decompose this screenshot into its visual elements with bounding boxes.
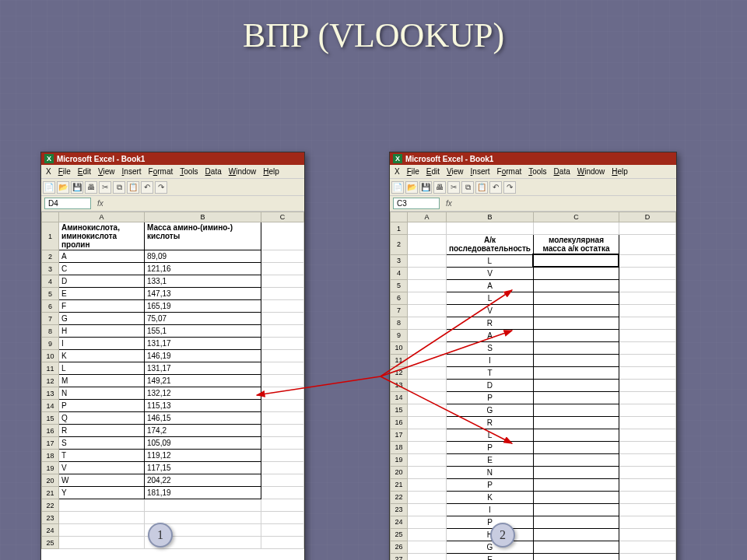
cell-C22[interactable] <box>261 499 304 512</box>
cell-B13[interactable]: 132,12 <box>145 387 261 400</box>
open-icon[interactable]: 📂 <box>57 181 69 194</box>
col-header-B[interactable]: B <box>145 212 261 222</box>
cell-C24[interactable] <box>261 524 304 537</box>
cell-C25[interactable] <box>533 528 619 541</box>
row-header[interactable]: 24 <box>391 516 408 528</box>
cell-D22[interactable] <box>619 491 675 503</box>
menu-window[interactable]: Window <box>575 166 608 177</box>
cell-B6[interactable]: L <box>447 292 534 304</box>
cell-B22[interactable]: K <box>447 491 534 503</box>
cell-A8[interactable] <box>408 317 447 329</box>
cell-B16[interactable]: R <box>447 416 534 429</box>
cell-C9[interactable] <box>533 329 619 341</box>
cell-B10[interactable]: 146,19 <box>145 350 261 362</box>
cell-C8[interactable] <box>261 325 304 338</box>
cell-B7[interactable]: V <box>447 304 534 317</box>
cell-B4[interactable]: 133,1 <box>145 275 261 288</box>
row-header[interactable]: 18 <box>391 441 408 453</box>
cell-B3[interactable]: L <box>447 254 534 267</box>
cell-A24[interactable] <box>408 516 447 528</box>
menu-file[interactable]: File <box>56 166 73 177</box>
row-header[interactable]: 6 <box>42 300 59 313</box>
menu-view[interactable]: View <box>96 166 117 177</box>
cell-D2[interactable] <box>619 235 675 255</box>
cell-D7[interactable] <box>619 304 675 317</box>
cell-C8[interactable] <box>533 317 619 329</box>
save-icon[interactable]: 💾 <box>419 181 432 194</box>
row-header[interactable]: 12 <box>42 375 59 387</box>
cell-B15[interactable]: 146,15 <box>145 412 261 425</box>
cell-B23[interactable] <box>145 512 261 524</box>
cell-C15[interactable] <box>261 412 304 425</box>
cell-A12[interactable]: M <box>59 375 145 387</box>
cell-B21[interactable]: 181,19 <box>145 487 261 499</box>
row-header[interactable]: 20 <box>391 466 408 478</box>
cell-D6[interactable] <box>619 292 675 304</box>
row-header[interactable]: 21 <box>391 478 408 491</box>
cell-A20[interactable] <box>408 466 447 478</box>
cell-D16[interactable] <box>619 416 675 429</box>
col-header-A[interactable]: A <box>59 212 145 222</box>
cell-A2[interactable]: A <box>59 250 145 263</box>
cell-A13[interactable]: N <box>59 387 145 400</box>
row-header[interactable]: 21 <box>42 487 59 499</box>
cell-A1[interactable] <box>408 222 447 235</box>
save-icon[interactable]: 💾 <box>71 181 83 194</box>
cell-C24[interactable] <box>533 516 619 528</box>
cell-A22[interactable] <box>59 499 145 512</box>
cell-B19[interactable]: 117,15 <box>145 462 261 474</box>
cell-D17[interactable] <box>619 429 675 441</box>
row-header[interactable]: 15 <box>42 412 59 425</box>
menu-file[interactable]: File <box>405 166 422 177</box>
new-icon[interactable]: 📄 <box>391 181 404 194</box>
cell-B26[interactable]: G <box>447 541 534 553</box>
col-header-B[interactable]: B <box>447 212 534 222</box>
cell-B3[interactable]: 121,16 <box>145 263 261 275</box>
cell-A18[interactable] <box>408 441 447 453</box>
row-header[interactable]: 3 <box>391 254 408 267</box>
cell-B9[interactable]: A <box>447 329 534 341</box>
cell-D3[interactable] <box>619 254 675 267</box>
redo-icon[interactable]: ↷ <box>503 181 516 194</box>
cell-C4[interactable] <box>533 267 619 279</box>
cell-A5[interactable]: E <box>59 288 145 300</box>
grid-2[interactable]: A B C D 1 2 А/к последовательность моле <box>390 212 676 560</box>
cell-A15[interactable] <box>408 404 447 416</box>
menu-edit[interactable]: Edit <box>75 166 93 177</box>
cell-C23[interactable] <box>261 512 304 524</box>
cell-D15[interactable] <box>619 404 675 416</box>
row-header[interactable]: 24 <box>42 524 59 537</box>
cell-A24[interactable] <box>59 524 145 537</box>
cell-A9[interactable] <box>408 329 447 341</box>
cell-A27[interactable] <box>408 553 447 560</box>
row-header[interactable]: 13 <box>42 387 59 400</box>
menu-view[interactable]: View <box>444 166 466 177</box>
cell-A10[interactable] <box>408 341 447 354</box>
row-header[interactable]: 9 <box>42 338 59 350</box>
cell-D27[interactable] <box>619 553 675 560</box>
cell-C14[interactable] <box>261 400 304 412</box>
menu-data[interactable]: Data <box>203 166 224 177</box>
cell-D18[interactable] <box>619 441 675 453</box>
row-header[interactable]: 14 <box>42 400 59 412</box>
cell-A15[interactable]: Q <box>59 412 145 425</box>
cell-C19[interactable] <box>533 453 619 466</box>
cell-B17[interactable]: L <box>447 429 534 441</box>
open-icon[interactable]: 📂 <box>405 181 418 194</box>
cell-C17[interactable] <box>261 437 304 450</box>
cell-A17[interactable]: S <box>59 437 145 450</box>
cell-A22[interactable] <box>408 491 447 503</box>
cell-C16[interactable] <box>261 425 304 437</box>
cell-A3[interactable] <box>408 254 447 267</box>
cell-A25[interactable] <box>408 528 447 541</box>
cell-B20[interactable]: 204,22 <box>145 474 261 487</box>
cell-D5[interactable] <box>619 279 675 292</box>
cell-A6[interactable] <box>408 292 447 304</box>
cell-B17[interactable]: 105,09 <box>145 437 261 450</box>
cell-B12[interactable]: T <box>447 366 534 379</box>
cell-D12[interactable] <box>619 366 675 379</box>
row-header[interactable]: 19 <box>391 453 408 466</box>
menu-help[interactable]: Help <box>261 166 282 177</box>
toolbar-1[interactable]: 📄 📂 💾 🖶 ✂ ⧉ 📋 ↶ ↷ <box>41 179 304 196</box>
cell-D25[interactable] <box>619 528 675 541</box>
